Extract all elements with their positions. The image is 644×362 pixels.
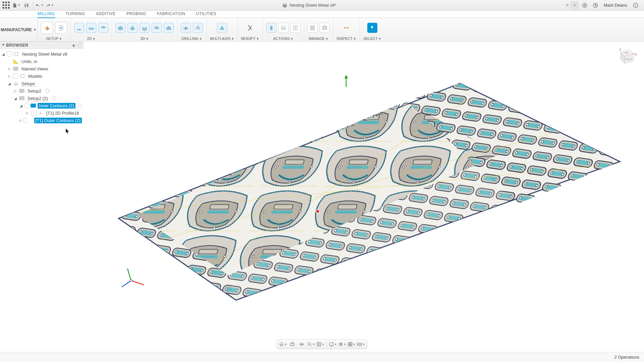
machine-library-icon[interactable] [320,23,330,33]
svg-rect-81 [348,342,350,344]
ribbon-group-multiaxis: MULTI-AXIS▼ [207,18,238,41]
save-button[interactable] [22,1,31,10]
measure-icon[interactable] [341,23,352,33]
display-settings-button[interactable]: ▼ [329,341,337,348]
swarf-icon[interactable] [217,23,227,33]
3d-pocket-icon[interactable] [127,23,138,33]
tool-library-icon[interactable] [308,23,318,33]
ribbon-label-select: SELECT▼ [363,37,381,41]
toolpath-trim-icon[interactable] [245,23,255,33]
apps-grid-icon[interactable] [2,1,11,10]
viewport[interactable]: TOP FRONT Z X [84,42,644,352]
2d-pocket-icon[interactable] [86,23,96,33]
tab-additive[interactable]: ADDITIVE [96,11,116,17]
drill-icon[interactable] [181,23,191,33]
svg-rect-5 [8,4,10,6]
ribbon-label-actions: ACTIONS▼ [273,37,293,41]
3d-contour-icon[interactable] [152,23,162,33]
component-icon [19,73,25,79]
pan-button[interactable] [298,341,306,348]
3d-adaptive-icon[interactable] [115,23,125,33]
folder-icon [19,96,25,101]
generate-icon[interactable] [266,23,276,33]
tree-label: Named Views [20,66,50,72]
ribbon-group-inspect: INSPECT▼ [333,18,360,41]
svg-rect-0 [3,1,4,3]
ribbon-label-2d: 2D▼ [87,37,96,41]
active-setup-indicator[interactable] [52,96,56,100]
view-cube[interactable]: TOP FRONT Z X [615,46,637,68]
browser-close-icon[interactable] [78,43,82,47]
job-status-icon[interactable] [591,1,600,10]
tree-node-named-views[interactable]: ▷ Named Views [1,65,84,72]
workspace-label: MANUFACTURE [1,27,32,32]
simulate-icon[interactable]: G1 [278,23,288,33]
tab-fabrication[interactable]: FABRICATION [157,11,185,17]
tree-node-models[interactable]: ▷ Models [1,72,84,80]
2d-face-icon[interactable] [98,23,108,33]
svg-point-19 [154,26,159,29]
visibility-toggle[interactable] [23,118,27,123]
svg-rect-83 [348,345,350,346]
fit-button[interactable]: ▼ [317,341,325,348]
grid-settings-button[interactable]: ▼ [338,341,346,348]
ribbon-label-modify: MODIFY▼ [241,37,259,41]
undo-button[interactable] [35,1,44,10]
status-text: 2 Operations [614,355,639,360]
visibility-toggle[interactable] [13,73,18,79]
tab-turning[interactable]: TURNING [66,11,85,17]
tree-node-profile18[interactable]: ▷ [T1] 2D Profile18 [1,109,84,117]
folder-icon [19,88,25,94]
3d-ramp-icon[interactable] [164,23,174,33]
setup-icon[interactable] [41,22,53,34]
file-menu-button[interactable] [12,1,21,10]
svg-rect-36 [15,52,18,56]
svg-point-26 [248,25,249,26]
browser-collapse-icon[interactable] [2,43,4,48]
user-name[interactable]: Marti Deans [602,3,629,8]
tab-probing[interactable]: PROBING [126,11,146,17]
redo-button[interactable] [45,1,54,10]
svg-point-22 [185,27,186,29]
workspace-switcher[interactable]: MANUFACTURE▼ [0,18,38,41]
active-setup-indicator[interactable] [45,89,49,93]
orbit-button[interactable]: ▼ [279,341,287,348]
svg-rect-84 [351,345,352,346]
extensions-icon[interactable] [580,1,589,10]
separator [327,342,327,347]
viewport-settings-button[interactable]: ▼ [348,341,356,348]
visibility-toggle[interactable] [7,51,12,57]
visibility-toggle[interactable] [31,110,36,116]
post-process-icon[interactable] [290,23,301,33]
tab-utilities[interactable]: UTILITIES [196,11,217,17]
browser-settings-icon[interactable]: ◐ [72,43,76,48]
tree-node-setup2-2[interactable]: ◢ Setup2 (2) [1,95,84,102]
tree-node-root[interactable]: ◢ Nesting Sheet Metal v8 [1,50,84,58]
close-tab-button[interactable]: × [566,2,569,8]
ribbon-group-2d: 2D▼ [71,18,112,41]
new-tab-button[interactable]: + [570,1,579,10]
tree-node-units[interactable]: 📐 Units: in [1,58,84,65]
select-icon[interactable] [367,23,377,33]
hole-recognition-icon[interactable] [193,23,203,33]
svg-rect-38 [29,119,32,122]
cube-icon [282,3,287,8]
help-icon[interactable]: ? [631,1,640,10]
status-indicator[interactable] [78,104,82,108]
zoom-button[interactable]: ▼ [307,341,315,348]
ribbon-group-select: SELECT▼ [360,18,385,41]
3d-parallel-icon[interactable] [140,23,150,33]
nc-program-icon[interactable]: G [55,22,67,34]
visibility-toggle[interactable] [24,103,30,108]
svg-rect-37 [21,74,24,78]
tree-node-outer-contours[interactable]: ▷ [T1] Outer Contours (2) [1,117,84,124]
snap-settings-button[interactable]: ▼ [357,341,365,348]
ribbon-label-inspect: INSPECT▼ [337,37,357,41]
2d-adaptive-icon[interactable] [74,23,84,33]
look-at-button[interactable] [288,341,297,348]
tab-milling[interactable]: MILLING [38,11,55,18]
browser-header[interactable]: BROWSER ◐ [0,42,84,49]
tree-node-inner-contours[interactable]: ◢ Inner Contours (2) [1,102,84,109]
tree-node-setup2[interactable]: ▷ Setup2 [1,87,84,95]
tree-node-setups[interactable]: ◢ 🗂 Setups [1,80,84,87]
